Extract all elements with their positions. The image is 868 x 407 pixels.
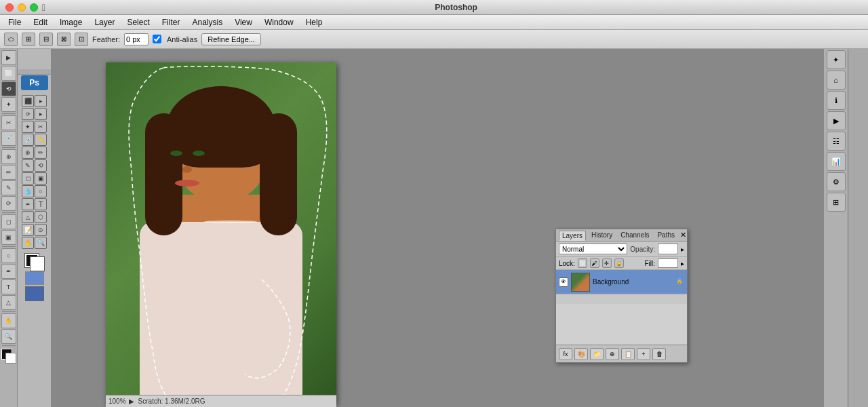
tool-move[interactable]: ▶ [1, 50, 16, 65]
tool2-measure[interactable]: 📏 [35, 134, 47, 146]
tool2-dodge[interactable]: ○ [35, 185, 47, 197]
tool2-3d[interactable]: ⊙ [35, 224, 47, 236]
tool2-note[interactable]: 📝 [22, 224, 34, 236]
antialias-checkbox[interactable] [153, 35, 161, 43]
tool-crop[interactable]: ✂ [1, 115, 16, 130]
right-btn-info[interactable]: ℹ [827, 91, 846, 110]
lock-position-icon[interactable]: ✛ [602, 258, 612, 268]
foreground-color[interactable] [1, 349, 16, 364]
right-btn-star[interactable]: ✦ [827, 50, 846, 69]
tool2-lasso-options[interactable]: ▸ [35, 108, 47, 120]
tab-paths[interactable]: Paths [654, 231, 677, 239]
lock-image-icon[interactable]: 🖌 [590, 258, 599, 268]
tab-history[interactable]: History [589, 231, 615, 239]
tool2-eraser[interactable]: ◻ [22, 172, 34, 185]
tool-lasso[interactable]: ⟲ [1, 81, 16, 96]
layer-delete-btn[interactable]: 🗑 [652, 348, 666, 360]
tool2-history[interactable]: ⟲ [35, 159, 47, 172]
tool-brush[interactable]: ✏ [1, 165, 16, 180]
tool-clone[interactable]: ✎ [1, 180, 16, 195]
fill-arrow[interactable]: ▸ [681, 260, 684, 267]
tool-hand[interactable]: ✋ [1, 313, 16, 328]
tool2-marquee-options[interactable]: ▸ [35, 95, 47, 107]
tool-selection-rect[interactable]: ⬜ [1, 66, 16, 81]
selection-tool-icon[interactable]: ⬭ [4, 33, 18, 46]
refine-edge-button[interactable]: Refine Edge... [201, 33, 261, 45]
tool2-path[interactable]: △ [22, 211, 34, 223]
tool2-gradient[interactable]: ▣ [35, 172, 47, 185]
layer-new-btn[interactable]: + [637, 348, 650, 360]
menu-window[interactable]: Window [259, 16, 299, 28]
tool2-blur[interactable]: 💧 [22, 185, 34, 197]
layer-group-btn[interactable]: 📋 [621, 348, 635, 360]
tool2-clone-stamp[interactable]: ✎ [22, 159, 34, 172]
tool2-spot-heal[interactable]: ⊕ [22, 147, 34, 159]
menu-edit[interactable]: Edit [28, 16, 53, 28]
layer-visibility-eye[interactable]: 👁 [559, 277, 568, 287]
menu-view[interactable]: View [229, 16, 258, 28]
tool2-pen[interactable]: ✒ [22, 198, 34, 210]
tool2-hand[interactable]: ✋ [22, 237, 34, 249]
right-btn-layers[interactable]: ☷ [827, 132, 846, 151]
opacity-arrow[interactable]: ▸ [681, 246, 684, 253]
maximize-button[interactable] [30, 3, 38, 12]
tool-eyedropper[interactable]: 💉 [1, 131, 16, 146]
tool-text[interactable]: T [1, 279, 16, 294]
screen-mode-btn[interactable] [25, 286, 44, 301]
tool-eraser[interactable]: ◻ [1, 214, 16, 229]
layer-link-btn[interactable]: fx [559, 348, 572, 360]
tool-healing[interactable]: ⊕ [1, 149, 16, 164]
selection-intersect-icon[interactable]: ⊡ [75, 33, 88, 46]
tool2-shape[interactable]: ⬡ [35, 211, 47, 223]
menu-layer[interactable]: Layer [89, 16, 120, 28]
blend-mode-select[interactable]: Normal Multiply Screen [559, 244, 627, 254]
minimize-button[interactable] [18, 3, 26, 12]
tool-gradient[interactable]: ▣ [1, 230, 16, 245]
menu-select[interactable]: Select [121, 16, 155, 28]
right-btn-settings[interactable]: ⚙ [827, 172, 846, 191]
tool2-brush[interactable]: ✏ [35, 147, 47, 159]
canvas-container[interactable]: .selection-path { fill: none; stroke: wh… [106, 62, 336, 405]
selection-mode-icon[interactable]: ⊞ [22, 33, 35, 46]
tool2-zoom[interactable]: 🔍 [35, 237, 47, 249]
close-button[interactable] [5, 3, 14, 12]
tool-dodge[interactable]: ○ [1, 248, 16, 263]
right-btn-home[interactable]: ⌂ [827, 71, 846, 90]
tool2-crop[interactable]: ✂ [35, 121, 47, 133]
menu-help[interactable]: Help [300, 16, 328, 28]
tool2-lasso[interactable]: ⟳ [22, 108, 34, 120]
tool-shape[interactable]: △ [1, 295, 16, 310]
fg-bg-colors[interactable] [25, 254, 44, 270]
feather-input[interactable] [124, 33, 149, 45]
right-btn-grid[interactable]: ⊞ [827, 193, 846, 212]
menu-analysis[interactable]: Analysis [186, 16, 228, 28]
menu-filter[interactable]: Filter [157, 16, 186, 28]
panel-drag-handle[interactable] [18, 69, 51, 75]
menu-image[interactable]: Image [54, 16, 87, 28]
tool2-quick-select[interactable]: ✦ [22, 121, 34, 133]
tool-magic-wand[interactable]: ✦ [1, 97, 16, 112]
layer-style-btn[interactable]: 🎨 [574, 348, 588, 360]
right-btn-histogram[interactable]: 📊 [827, 152, 846, 171]
layer-adjustment-btn[interactable]: ⊕ [606, 348, 619, 360]
fill-input[interactable] [658, 258, 678, 268]
selection-add-icon[interactable]: ⊟ [39, 33, 53, 46]
tool2-marquee-rect[interactable]: ⬛ [22, 95, 34, 107]
tool-pen[interactable]: ✒ [1, 264, 16, 279]
tool2-text[interactable]: T [35, 198, 47, 210]
tab-layers[interactable]: Layers [559, 231, 586, 241]
menu-file[interactable]: File [3, 16, 26, 28]
lock-transparent-icon[interactable]: ⬜ [578, 258, 587, 268]
tool2-eyedrop[interactable]: 💉 [22, 134, 34, 146]
selection-subtract-icon[interactable]: ⊠ [57, 33, 71, 46]
canvas-status-icon[interactable]: ▶ [129, 398, 134, 405]
right-btn-play[interactable]: ▶ [827, 111, 846, 130]
lock-all-icon[interactable]: 🔒 [614, 258, 624, 268]
tab-channels[interactable]: Channels [618, 231, 652, 239]
layer-item-background[interactable]: 👁 Background 🔒 [556, 270, 687, 294]
quick-mask-btn[interactable] [25, 271, 44, 285]
layers-panel-close[interactable]: ✕ [680, 231, 686, 239]
tool-history-brush[interactable]: ⟳ [1, 196, 16, 211]
opacity-input[interactable] [658, 244, 678, 254]
tool-zoom[interactable]: 🔍 [1, 329, 16, 344]
